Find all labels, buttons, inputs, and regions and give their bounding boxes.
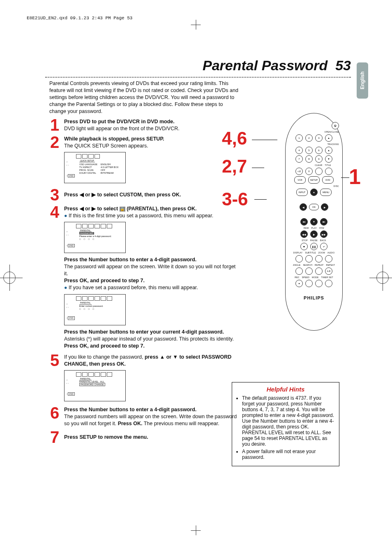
file-header: E8E21UD_EN2.qxd 09.1.23 2:43 PM Page 53: [27, 16, 132, 21]
num-2: 2: [305, 134, 313, 142]
num-8: 8: [305, 155, 313, 163]
num-0: 0: [305, 168, 313, 175]
helpful-hints-title: Helpful Hints: [236, 386, 335, 393]
num-6: 6: [315, 147, 323, 154]
helpful-hints-box: Helpful Hints The default password is 47…: [232, 382, 339, 466]
remote-diagram: ⏻ OPEN/CLOSE 1 2 3 ▲ TRACKING 4 5 6 ▲ 7 …: [285, 113, 343, 331]
ref-2-7: 2,7: [222, 156, 247, 177]
num-9: 9: [315, 155, 323, 163]
step-3-number: 3: [45, 187, 64, 202]
screen-b-msg: Please enter a 4-digit password.: [79, 235, 112, 237]
back-label: BACK: [320, 239, 326, 242]
hint-2: A power failure will not erase your pass…: [242, 449, 335, 460]
step-4-b2: (PARENTAL), then press OK.: [127, 206, 196, 212]
page-title-row: Parental Password 53: [45, 58, 351, 74]
step-4d-c: Press OK, and proceed to step 7.: [64, 343, 145, 349]
audio-button: [325, 255, 332, 263]
num-plus10: +10: [295, 168, 303, 175]
prev-button: ⏮: [300, 218, 308, 226]
ref-1: 1: [349, 164, 361, 189]
step-3-bold: Press ◀ or ▶ to select CUSTOM, then pres…: [64, 192, 181, 198]
ref-line-b: [252, 168, 264, 168]
stop-label: STOP: [302, 239, 308, 242]
screen-c-boxes: □ □ □ □: [79, 308, 95, 310]
ref-line-a: [252, 140, 277, 140]
intro-paragraph: Parental Controls prevents viewing of DV…: [49, 80, 238, 115]
play-label: PLAY: [311, 227, 317, 229]
step-2-text: The QUICK SETUP Screen appears.: [64, 143, 148, 149]
screen-b-hi: PASSWORD: [79, 232, 94, 235]
rew-button: ◀◀: [300, 230, 308, 238]
rec-button: ●: [295, 280, 303, 287]
step-7-b: Press SETUP to remove the menu.: [64, 434, 148, 440]
step-6-b2: Press OK.: [118, 421, 143, 426]
step-6-b: Press the Number buttons to enter a 4-di…: [64, 407, 196, 412]
password-change-screen: ◦◦◦ ◦◦◦DVD PARENTAL PARENTAL LEVEL ALL P…: [64, 370, 126, 401]
ab-button: A-B: [325, 267, 332, 275]
step-4d-a: Press the Number buttons to enter your c…: [64, 329, 224, 335]
input-button: INPUT: [296, 189, 308, 196]
step-5: 5 If you like to change the password, pr…: [45, 353, 238, 368]
step-4-b1: Press ◀ or ▶ to select: [64, 206, 120, 212]
parental-password-screen: ◦◦◦ ◦◦◦DVD PARENTAL PASSWORD Please ente…: [64, 222, 126, 253]
step-4c-c: Press OK, and proceed to step 7.: [64, 278, 145, 283]
hint-1: The default password is 4737. If you for…: [242, 395, 335, 447]
stop-button: ■: [300, 243, 308, 250]
rew-label: REW: [304, 227, 309, 229]
power-button: ⏻: [332, 122, 339, 129]
page-number: 53: [335, 58, 351, 73]
step-1: 1 Press DVD to put the DVD/VCR in DVD mo…: [45, 117, 238, 132]
l-repeat: REPEAT: [315, 264, 323, 266]
step-5-number: 5: [45, 353, 64, 368]
clear-label: CLEAR: [315, 164, 322, 166]
subtitle-button: [305, 255, 313, 263]
step-2-number: 2: [45, 135, 64, 150]
zoom-button: [315, 255, 323, 263]
num-4: 4: [295, 147, 303, 154]
quick-setup-screen: ◦◦◦ ◦◦◦DVD QUICK SETUP OSD LANGUAGE TV A…: [64, 152, 126, 183]
title-label: TITLE: [325, 164, 331, 166]
step-4: 4 Press ◀ or ▶ to select 🔒 (PARENTAL), t…: [45, 205, 238, 219]
step-5-t1: If you like to change the password,: [64, 354, 145, 360]
screen-b-tab: PARENTAL: [79, 229, 92, 232]
speed-button: [305, 280, 313, 287]
dpad: ◀ OK ▶: [300, 198, 328, 216]
up-button: ▲: [310, 189, 318, 196]
down-button: ▼: [310, 218, 318, 226]
pause-button: ❚❚: [310, 243, 318, 250]
step-2: 2 While playback is stopped, press SETUP…: [45, 135, 238, 150]
disc-label: DISC: [289, 185, 339, 187]
track-down-button: ▼: [325, 155, 332, 163]
step-4c-a: Press the Number buttons to enter a 4-di…: [64, 257, 196, 263]
step-4-number: 4: [45, 205, 64, 219]
back-button: ↶: [320, 243, 327, 250]
track-up-button: ▲: [325, 147, 332, 154]
step-4-bullet: If this is the first time you set a pass…: [64, 213, 213, 219]
crop-mark-bottom: [196, 525, 196, 535]
screen-a-tab: QUICK SETUP: [79, 159, 95, 162]
timer-button: [325, 280, 332, 287]
screen-c-msg: Enter current password.: [79, 305, 103, 307]
screen-a-left: OSD LANGUAGE TV ASPECT PROG. SCAN DOLBY …: [79, 163, 97, 175]
step-4d-b: Asterisks (*) will appear instead of you…: [64, 336, 234, 342]
repeat-button: [315, 267, 323, 275]
tracking-label: TRACKING: [289, 143, 339, 145]
l-mode: MODE: [312, 276, 318, 279]
page: E8E21UD_EN2.qxd 09.1.23 2:43 PM Page 53 …: [0, 0, 392, 555]
display-button: [295, 255, 303, 263]
ref-4-6: 4,6: [222, 128, 247, 149]
l-timer: TIMER SET: [321, 276, 333, 279]
registration-mark-left: [3, 272, 16, 284]
eject-button: ▲: [325, 134, 332, 142]
clear-button: [315, 168, 323, 175]
l-subtitle: SUBTITLE: [305, 251, 316, 254]
step-4c-b: The password will appear on the screen. …: [64, 264, 235, 276]
crop-mark-top: [196, 20, 196, 30]
num-7: 7: [295, 155, 303, 163]
ok-button: OK: [309, 204, 319, 210]
current-password-screen: ◦◦◦ ◦◦◦DVD PARENTAL Enter current passwo…: [64, 294, 126, 325]
angle-button: [295, 267, 303, 275]
step-2-bold: While playback is stopped, press SETUP.: [64, 136, 164, 142]
l-zoom: ZOOM: [318, 251, 325, 254]
step-1-bold: Press DVD to put the DVD/VCR in DVD mode…: [64, 119, 175, 124]
